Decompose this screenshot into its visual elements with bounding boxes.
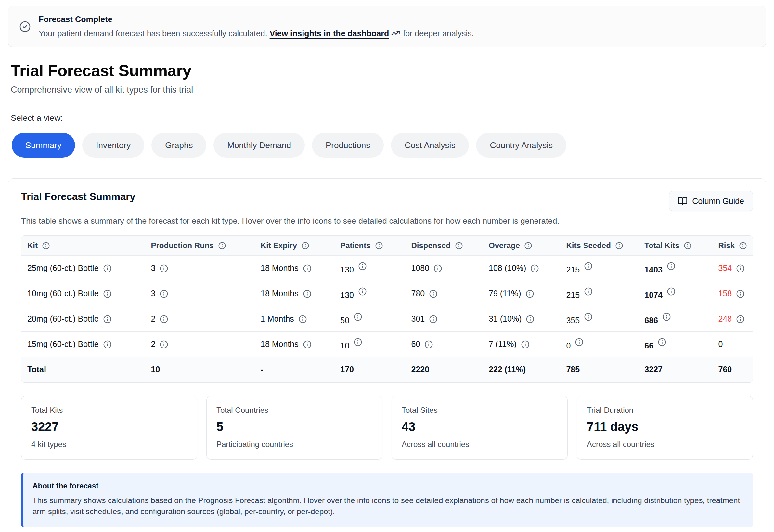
- card-description: This table shows a summary of the foreca…: [21, 216, 753, 226]
- info-icon[interactable]: [429, 315, 438, 323]
- info-icon[interactable]: [42, 242, 50, 250]
- info-icon[interactable]: [658, 338, 666, 347]
- card-header: Trial Forecast Summary Column Guide: [21, 191, 753, 211]
- info-icon[interactable]: [159, 315, 168, 323]
- info-icon[interactable]: [434, 264, 442, 273]
- info-icon[interactable]: [103, 264, 112, 273]
- cell-production_runs: 2: [146, 332, 256, 357]
- cell-dispensed: 301: [406, 306, 484, 332]
- table-row: 20mg (60-ct.) Bottle21 Months5030131 (10…: [21, 306, 753, 332]
- info-icon[interactable]: [584, 312, 593, 321]
- cell-patients: 130: [335, 281, 406, 306]
- cell-kit: 10mg (60-ct.) Bottle: [21, 281, 146, 306]
- info-icon[interactable]: [353, 338, 362, 347]
- info-icon[interactable]: [521, 340, 530, 349]
- stat-card: Total Countries5Participating countries: [206, 396, 382, 460]
- column-header-kit: Kit: [21, 236, 146, 256]
- book-open-icon: [678, 196, 688, 206]
- banner-message-tail: for deeper analysis.: [401, 29, 474, 38]
- info-icon[interactable]: [736, 264, 745, 273]
- total-production_runs: 10: [146, 357, 256, 382]
- tab-country-analysis[interactable]: Country Analysis: [476, 133, 566, 158]
- info-icon[interactable]: [526, 315, 535, 323]
- info-icon[interactable]: [303, 340, 311, 349]
- info-icon[interactable]: [103, 340, 112, 349]
- tab-inventory[interactable]: Inventory: [82, 133, 144, 158]
- cell-patients: 10: [335, 332, 406, 357]
- total-kits_seeded: 785: [561, 357, 640, 382]
- cell-overage: 7 (11%): [484, 332, 561, 357]
- cell-kits_seeded: 215: [561, 281, 640, 306]
- cell-total_kits: 66: [639, 332, 713, 357]
- total-dispensed: 2220: [406, 357, 484, 382]
- info-icon[interactable]: [425, 340, 433, 349]
- stat-value: 711 days: [587, 420, 743, 434]
- cell-dispensed: 1080: [406, 256, 484, 281]
- summary-card: Trial Forecast Summary Column Guide This…: [8, 178, 766, 532]
- info-icon[interactable]: [303, 289, 311, 298]
- info-icon[interactable]: [739, 242, 747, 250]
- info-icon[interactable]: [684, 242, 692, 250]
- info-icon[interactable]: [103, 315, 112, 323]
- dashboard-link[interactable]: View insights in the dashboard: [270, 29, 389, 38]
- info-icon[interactable]: [662, 312, 671, 321]
- info-icon[interactable]: [584, 287, 593, 296]
- info-icon[interactable]: [615, 242, 623, 250]
- cell-risk: 158: [713, 281, 753, 306]
- info-icon[interactable]: [358, 262, 367, 271]
- info-icon[interactable]: [530, 264, 539, 273]
- info-icon[interactable]: [667, 287, 676, 296]
- info-icon[interactable]: [298, 315, 307, 323]
- cell-dispensed: 60: [406, 332, 484, 357]
- table-row: 15mg (60-ct.) Bottle218 Months10607 (11%…: [21, 332, 753, 357]
- stat-label: Total Kits: [31, 406, 187, 415]
- column-guide-button[interactable]: Column Guide: [669, 191, 753, 211]
- stat-sub: Participating countries: [216, 440, 372, 449]
- page-title: Trial Forecast Summary: [11, 61, 763, 80]
- info-icon[interactable]: [524, 242, 532, 250]
- stat-sub: Across all countries: [587, 440, 743, 449]
- info-icon[interactable]: [303, 264, 311, 273]
- info-icon[interactable]: [159, 340, 168, 349]
- info-icon[interactable]: [358, 287, 367, 296]
- stat-value: 5: [216, 420, 372, 434]
- tab-cost-analysis[interactable]: Cost Analysis: [391, 133, 469, 158]
- page-subtitle: Comprehensive view of all kit types for …: [11, 85, 763, 95]
- about-body: This summary shows calculations based on…: [32, 495, 741, 518]
- column-header-overage: Overage: [484, 236, 561, 256]
- forecast-complete-banner: Forecast Complete Your patient demand fo…: [8, 6, 766, 47]
- info-icon[interactable]: [218, 242, 226, 250]
- info-icon[interactable]: [736, 289, 745, 298]
- info-icon[interactable]: [526, 289, 534, 298]
- info-icon[interactable]: [375, 242, 383, 250]
- table-row: 10mg (60-ct.) Bottle318 Months13078079 (…: [21, 281, 753, 306]
- info-icon[interactable]: [301, 242, 309, 250]
- tab-productions[interactable]: Productions: [312, 133, 384, 158]
- info-icon[interactable]: [159, 289, 168, 298]
- cell-overage: 79 (11%): [484, 281, 561, 306]
- tab-summary[interactable]: Summary: [12, 133, 75, 158]
- cell-total_kits: 1074: [639, 281, 713, 306]
- table-row: 25mg (60-ct.) Bottle318 Months1301080108…: [21, 256, 753, 281]
- card-title: Trial Forecast Summary: [21, 191, 135, 203]
- cell-production_runs: 3: [146, 256, 256, 281]
- view-tabs: SummaryInventoryGraphsMonthly DemandProd…: [12, 133, 766, 158]
- info-icon[interactable]: [159, 264, 168, 273]
- tab-graphs[interactable]: Graphs: [151, 133, 206, 158]
- info-icon[interactable]: [455, 242, 463, 250]
- info-icon[interactable]: [667, 262, 676, 271]
- stat-sub: 4 kit types: [31, 440, 187, 449]
- info-icon[interactable]: [353, 312, 362, 321]
- check-circle-icon: [19, 21, 31, 32]
- info-icon[interactable]: [736, 315, 745, 323]
- column-header-patients: Patients: [335, 236, 406, 256]
- tab-monthly-demand[interactable]: Monthly Demand: [213, 133, 305, 158]
- info-icon[interactable]: [103, 289, 112, 298]
- cell-total_kits: 1403: [639, 256, 713, 281]
- info-icon[interactable]: [575, 338, 584, 347]
- info-icon[interactable]: [584, 262, 593, 271]
- total-risk: 760: [713, 357, 753, 382]
- stat-card: Trial Duration711 daysAcross all countri…: [577, 396, 753, 460]
- table-total-row: Total10-1702220222 (11%)7853227760: [21, 357, 753, 382]
- info-icon[interactable]: [429, 289, 438, 298]
